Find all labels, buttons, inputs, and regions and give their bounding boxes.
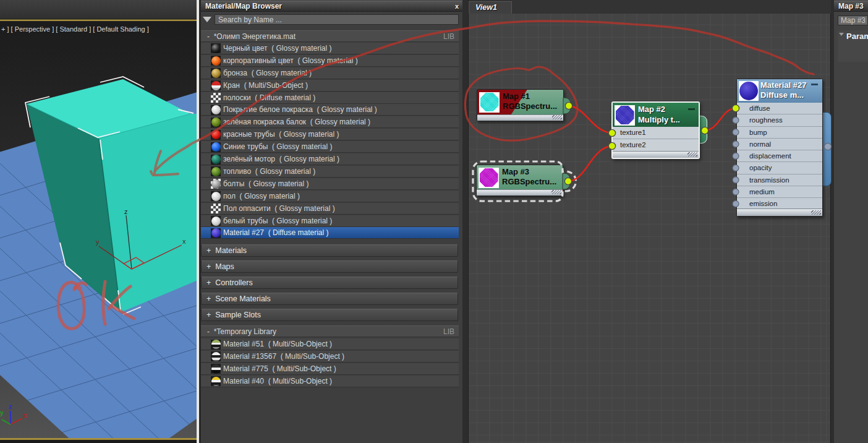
svg-text:z: z [9,403,12,410]
svg-text:x: x [182,238,186,245]
svg-text:y: y [0,410,4,416]
svg-text:x: x [23,412,27,419]
svg-text:+ ] [ Perspective ] [ Standard: + ] [ Perspective ] [ Standard ] [ Defau… [1,25,149,33]
svg-text:y: y [96,238,100,246]
svg-text:z: z [124,208,128,215]
